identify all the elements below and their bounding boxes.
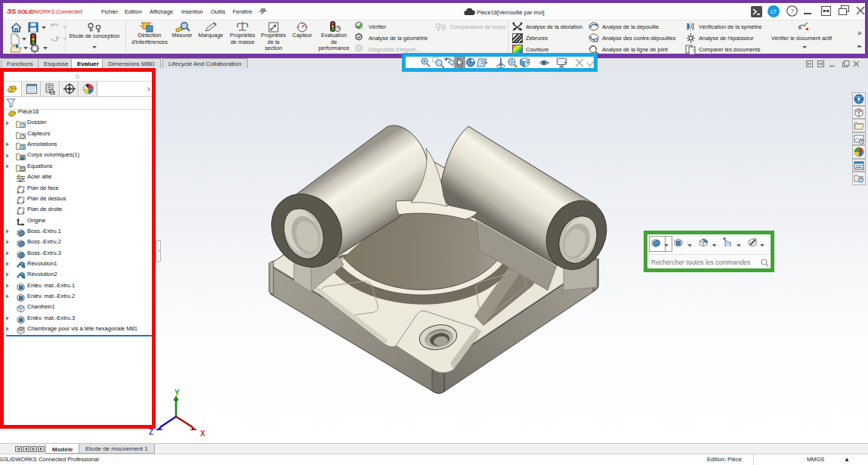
svg-text:A: A bbox=[21, 144, 24, 149]
svg-text:LT: LT bbox=[771, 9, 777, 14]
svg-text:Z: Z bbox=[149, 428, 153, 436]
svg-text:?: ? bbox=[692, 48, 695, 54]
svg-text:?: ? bbox=[860, 178, 862, 182]
svg-text:X: X bbox=[200, 429, 205, 438]
svg-text:Y: Y bbox=[175, 389, 180, 397]
svg-text:?: ? bbox=[791, 8, 794, 15]
svg-text:Σ: Σ bbox=[21, 166, 24, 171]
